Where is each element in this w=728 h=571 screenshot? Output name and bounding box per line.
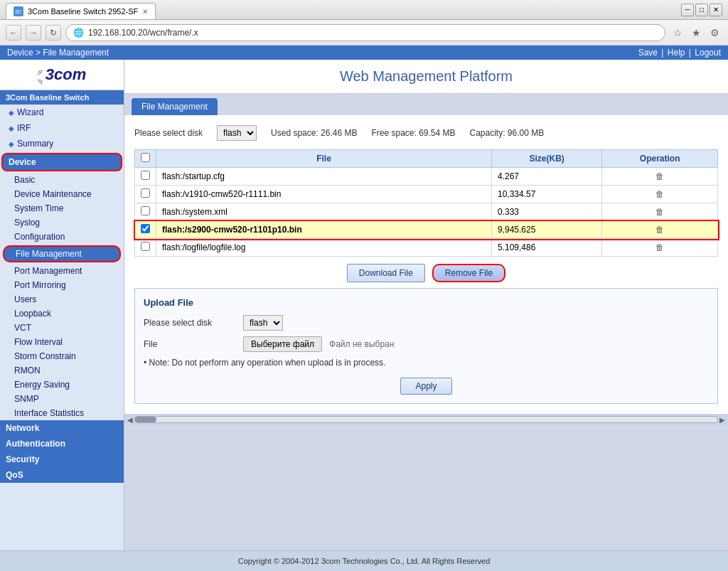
row-filename-1: flash:/v1910-cmw520-r1111.bin bbox=[156, 186, 492, 203]
sidebar-sub-flow-interval[interactable]: Flow Interval bbox=[0, 335, 124, 349]
settings-icon[interactable]: ⚙ bbox=[707, 25, 722, 41]
address-bar[interactable]: 🌐 192.168.100.20/wcn/frame/.x bbox=[65, 24, 665, 41]
sidebar-section-security[interactable]: Security bbox=[0, 452, 124, 467]
sidebar-sub-syslog[interactable]: Syslog bbox=[0, 215, 124, 230]
row-checkbox-cell-2 bbox=[135, 203, 156, 221]
sidebar-sub-system-time[interactable]: System Time bbox=[0, 201, 124, 215]
sidebar-sub-snmp[interactable]: SNMP bbox=[0, 392, 124, 406]
download-file-btn[interactable]: Download File bbox=[347, 264, 425, 282]
scroll-thumb[interactable] bbox=[135, 417, 156, 422]
bookmark-icon[interactable]: ★ bbox=[688, 25, 704, 41]
diamond-icon-irf: ◆ bbox=[9, 124, 14, 132]
toolbar-icons: ☆ ★ ⚙ bbox=[670, 25, 722, 41]
sidebar-sub-port-management[interactable]: Port Management bbox=[0, 264, 124, 278]
upload-note: • Note: Do not perform any operation whe… bbox=[144, 358, 709, 368]
tab-close-btn[interactable]: ✕ bbox=[142, 8, 148, 16]
free-space: Free space: 69.54 MB bbox=[371, 128, 455, 138]
sidebar-section-network[interactable]: Network bbox=[0, 420, 124, 436]
upload-disk-select[interactable]: flash bbox=[243, 315, 283, 331]
sidebar-sub-configuration[interactable]: Configuration bbox=[0, 230, 124, 244]
maximize-btn[interactable]: □ bbox=[695, 4, 708, 16]
row-checkbox-3[interactable] bbox=[141, 224, 150, 233]
row-checkbox-0[interactable] bbox=[141, 171, 150, 180]
row-checkbox-cell-3 bbox=[135, 221, 156, 239]
row-delete-0[interactable]: 🗑 bbox=[602, 168, 718, 186]
sidebar-sub-basic[interactable]: Basic bbox=[0, 173, 124, 187]
upload-disk-label: Please select disk bbox=[144, 318, 236, 328]
sidebar-sub-energy-saving[interactable]: Energy Saving bbox=[0, 378, 124, 392]
sidebar-sub-rmon[interactable]: RMON bbox=[0, 363, 124, 378]
sidebar-sub-users[interactable]: Users bbox=[0, 292, 124, 306]
main-container: Device > File Management Save | Help | L… bbox=[0, 46, 728, 571]
address-icon: 🌐 bbox=[73, 28, 84, 38]
sidebar-switch-label: 3Com Baseline Switch bbox=[0, 90, 124, 105]
star-icon[interactable]: ☆ bbox=[670, 25, 685, 41]
table-row: flash:/system.xml 0.333 🗑 bbox=[135, 203, 718, 221]
apply-row: Apply bbox=[144, 378, 709, 395]
content-area: ℊ ℊ 3com 3Com Baseline Switch ◆ Wizard ◆… bbox=[0, 60, 728, 550]
disk-select[interactable]: flash bbox=[217, 125, 257, 141]
sidebar-label-summary: Summary bbox=[17, 139, 53, 149]
tab-file-management[interactable]: File Management bbox=[132, 98, 218, 115]
choose-file-btn[interactable]: Выберите файл bbox=[243, 336, 322, 352]
disk-select-label: Please select disk bbox=[134, 128, 203, 138]
tab-favicon: 3C bbox=[14, 6, 23, 16]
row-delete-2[interactable]: 🗑 bbox=[602, 203, 718, 221]
sidebar-sub-interface-stats[interactable]: Interface Statistics bbox=[0, 406, 124, 420]
footer-text: Copyright © 2004-2012 3com Technologies … bbox=[238, 557, 491, 565]
close-btn[interactable]: ✕ bbox=[710, 4, 722, 16]
row-size-4: 5.109,486 bbox=[491, 239, 601, 257]
back-btn[interactable]: ← bbox=[6, 25, 21, 41]
row-checkbox-1[interactable] bbox=[141, 188, 150, 198]
row-size-2: 0.333 bbox=[491, 203, 601, 221]
help-link[interactable]: Help bbox=[668, 48, 685, 58]
remove-file-btn[interactable]: Remove File bbox=[432, 264, 505, 282]
disk-info-row: Please select disk flash Used space: 26.… bbox=[134, 125, 718, 141]
sidebar-sub-storm-constrain[interactable]: Storm Constrain bbox=[0, 349, 124, 363]
sidebar-sub-port-mirroring[interactable]: Port Mirroring bbox=[0, 278, 124, 292]
horizontal-scrollbar[interactable]: ◀ ▶ bbox=[124, 414, 728, 425]
browser-tab[interactable]: 3C 3Com Baseline Switch 2952-SF ✕ bbox=[6, 3, 156, 19]
scroll-right-btn[interactable]: ▶ bbox=[718, 416, 727, 424]
upload-title: Upload File bbox=[144, 297, 709, 308]
forward-btn[interactable]: → bbox=[26, 25, 41, 41]
page-header: Web Management Platform bbox=[124, 60, 728, 94]
sidebar-section-qos[interactable]: QoS bbox=[0, 467, 124, 483]
apply-btn[interactable]: Apply bbox=[400, 378, 451, 395]
breadcrumb: Device > File Management bbox=[7, 48, 109, 58]
row-checkbox-cell-0 bbox=[135, 168, 156, 186]
col-file: File bbox=[156, 150, 492, 168]
sidebar-sub-device-maintenance[interactable]: Device Maintenance bbox=[0, 187, 124, 201]
minimize-btn[interactable]: ─ bbox=[681, 4, 694, 16]
col-operation: Operation bbox=[602, 150, 718, 168]
sidebar-label-wizard: Wizard bbox=[17, 107, 43, 117]
logout-link[interactable]: Logout bbox=[695, 48, 721, 58]
sidebar-item-summary[interactable]: ◆ Summary bbox=[0, 136, 124, 151]
file-table: File Size(KB) Operation flash:/startup.c… bbox=[134, 149, 718, 257]
table-row: flash:/v1910-cmw520-r1111.bin 10,334.57 … bbox=[135, 186, 718, 203]
sidebar-sub-file-management[interactable]: File Management bbox=[3, 245, 121, 262]
upload-disk-row: Please select disk flash bbox=[144, 315, 709, 331]
row-checkbox-cell-1 bbox=[135, 186, 156, 203]
scroll-track bbox=[134, 416, 718, 423]
row-checkbox-cell-4 bbox=[135, 239, 156, 257]
scroll-left-btn[interactable]: ◀ bbox=[126, 416, 134, 424]
refresh-btn[interactable]: ↻ bbox=[46, 25, 61, 41]
row-delete-4[interactable]: 🗑 bbox=[602, 239, 718, 257]
address-text: 192.168.100.20/wcn/frame/.x bbox=[88, 28, 658, 38]
row-delete-1[interactable]: 🗑 bbox=[602, 186, 718, 203]
row-delete-3[interactable]: 🗑 bbox=[602, 221, 718, 239]
sidebar-item-wizard[interactable]: ◆ Wizard bbox=[0, 105, 124, 120]
capacity: Capacity: 96.00 MB bbox=[470, 128, 545, 138]
sidebar-section-authentication[interactable]: Authentication bbox=[0, 436, 124, 452]
sidebar-item-irf[interactable]: ◆ IRF bbox=[0, 120, 124, 136]
select-all-checkbox[interactable] bbox=[141, 153, 150, 162]
sidebar-section-device[interactable]: Device bbox=[1, 153, 122, 171]
row-checkbox-4[interactable] bbox=[141, 242, 150, 251]
sidebar-sub-vct[interactable]: VCT bbox=[0, 321, 124, 335]
row-filename-0: flash:/startup.cfg bbox=[156, 168, 492, 186]
upload-section: Upload File Please select disk flash Fil… bbox=[134, 288, 718, 404]
sidebar-sub-loopback[interactable]: Loopback bbox=[0, 306, 124, 321]
row-checkbox-2[interactable] bbox=[141, 206, 150, 215]
save-link[interactable]: Save bbox=[638, 48, 658, 58]
